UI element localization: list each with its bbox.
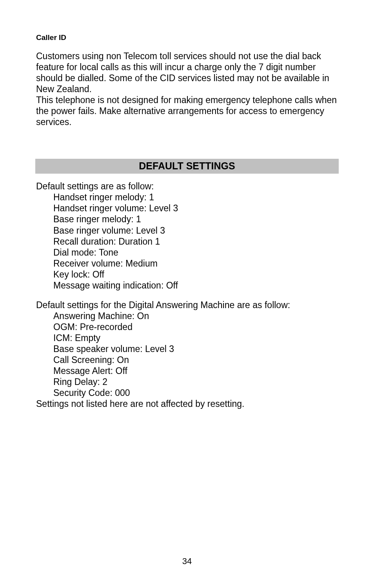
setting-security-code: Security Code: 000: [36, 387, 338, 398]
caller-id-paragraph-1: Customers using non Telecom toll service…: [36, 51, 338, 94]
setting-dial-mode: Dial mode: Tone: [36, 247, 338, 258]
setting-answering-machine: Answering Machine: On: [36, 310, 338, 321]
setting-recall-duration: Recall duration: Duration 1: [36, 236, 338, 247]
default-settings-intro-1: Default settings are as follow:: [36, 181, 338, 192]
caller-id-heading: Caller ID: [36, 33, 338, 42]
setting-ring-delay: Ring Delay: 2: [36, 376, 338, 387]
setting-handset-ringer-volume: Handset ringer volume: Level 3: [36, 203, 338, 214]
setting-base-speaker-volume: Base speaker volume: Level 3: [36, 343, 338, 354]
setting-handset-ringer-melody: Handset ringer melody: 1: [36, 192, 338, 203]
setting-ogm: OGM: Pre-recorded: [36, 321, 338, 332]
page-number: 34: [0, 556, 374, 566]
setting-icm: ICM: Empty: [36, 332, 338, 343]
setting-base-ringer-volume: Base ringer volume: Level 3: [36, 225, 338, 236]
setting-message-waiting: Message waiting indication: Off: [36, 280, 338, 291]
setting-call-screening: Call Screening: On: [36, 354, 338, 365]
default-settings-intro-2: Default settings for the Digital Answeri…: [36, 299, 338, 310]
default-settings-footer: Settings not listed here are not affecte…: [36, 398, 338, 409]
setting-base-ringer-melody: Base ringer melody: 1: [36, 214, 338, 225]
setting-key-lock: Key lock: Off: [36, 269, 338, 280]
setting-receiver-volume: Receiver volume: Medium: [36, 258, 338, 269]
setting-message-alert: Message Alert: Off: [36, 365, 338, 376]
caller-id-paragraph-2: This telephone is not designed for makin…: [36, 94, 338, 127]
default-settings-title: DEFAULT SETTINGS: [35, 159, 339, 174]
